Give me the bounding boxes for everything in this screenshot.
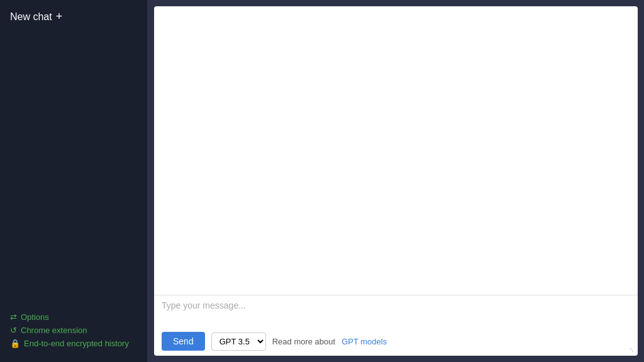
chat-messages[interactable] (154, 6, 638, 295)
sidebar-footer: ⇄ Options ↺ Chrome extension 🔒 End-to-en… (10, 312, 138, 354)
sidebar: New chat + ⇄ Options ↺ Chrome extension … (0, 0, 148, 362)
read-more-text: Read more about (272, 337, 335, 346)
plus-icon: + (56, 10, 63, 23)
encrypted-history-label: End-to-end encrypted history (24, 339, 129, 348)
message-input[interactable] (162, 300, 630, 321)
options-label: Options (21, 312, 49, 322)
sidebar-spacer (10, 33, 138, 312)
new-chat-button[interactable]: New chat + (10, 8, 138, 26)
main-content: Send GPT 3.5 GPT 4 Read more about GPT m… (148, 0, 644, 362)
chat-toolbar: Send GPT 3.5 GPT 4 Read more about GPT m… (154, 328, 638, 356)
options-link[interactable]: ⇄ Options (10, 312, 138, 322)
send-button[interactable]: Send (162, 332, 205, 351)
sidebar-divider (147, 0, 148, 362)
chrome-extension-link[interactable]: ↺ Chrome extension (10, 326, 138, 335)
chrome-extension-icon: ↺ (10, 326, 17, 335)
message-input-area (154, 295, 638, 328)
encrypted-history-link[interactable]: 🔒 End-to-end encrypted history (10, 339, 138, 348)
new-chat-label: New chat (10, 11, 52, 23)
options-icon: ⇄ (10, 312, 17, 322)
resize-handle[interactable]: ⤡ (629, 347, 635, 353)
model-select[interactable]: GPT 3.5 GPT 4 (211, 332, 266, 351)
chat-area-wrapper: Send GPT 3.5 GPT 4 Read more about GPT m… (154, 6, 638, 356)
lock-icon: 🔒 (10, 339, 20, 348)
gpt-models-link[interactable]: GPT models (341, 337, 387, 346)
chrome-extension-label: Chrome extension (21, 326, 87, 335)
